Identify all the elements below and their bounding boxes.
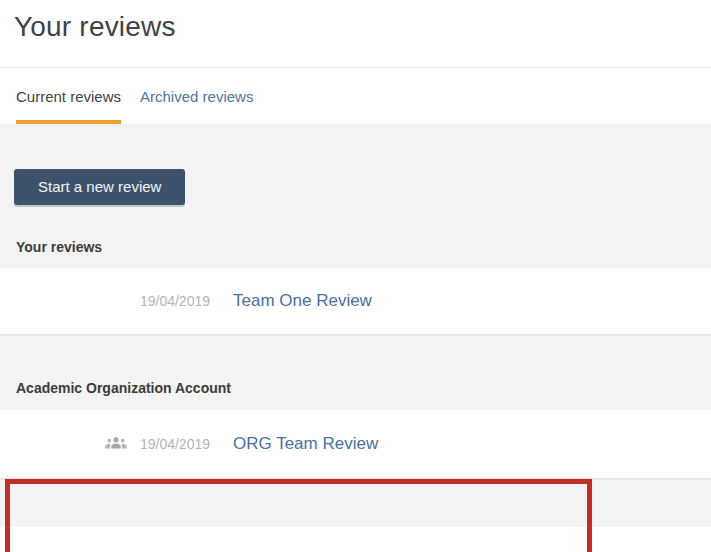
review-date: 19/04/2019 — [140, 436, 210, 452]
review-link-org-team[interactable]: ORG Team Review — [233, 434, 378, 454]
review-row-left-meta: 19/04/2019 — [0, 433, 210, 455]
tab-current-reviews[interactable]: Current reviews — [16, 68, 121, 124]
page-header: Your reviews — [0, 0, 711, 68]
tab-bar: Current reviews Archived reviews — [0, 68, 711, 124]
section-label-academic-organization-account: Academic Organization Account — [16, 380, 695, 396]
review-link-team-one[interactable]: Team One Review — [233, 291, 372, 311]
tab-current-reviews-label: Current reviews — [16, 88, 121, 105]
page-title: Your reviews — [14, 11, 695, 43]
review-row-left-meta: 19/04/2019 — [0, 293, 210, 309]
review-date: 19/04/2019 — [140, 293, 210, 309]
tab-archived-reviews-label: Archived reviews — [140, 88, 253, 105]
review-row-org-team[interactable]: 19/04/2019 ORG Team Review — [0, 410, 711, 478]
tab-archived-reviews[interactable]: Archived reviews — [140, 68, 253, 124]
review-row-team-one[interactable]: 19/04/2019 Team One Review — [0, 268, 711, 334]
start-new-review-button[interactable]: Start a new review — [14, 169, 185, 205]
section-label-your-reviews: Your reviews — [16, 239, 695, 255]
reviews-content-area: Start a new review Your reviews 19/04/20… — [0, 124, 711, 527]
group-icon — [105, 433, 127, 455]
footer-whitespace — [0, 527, 711, 552]
